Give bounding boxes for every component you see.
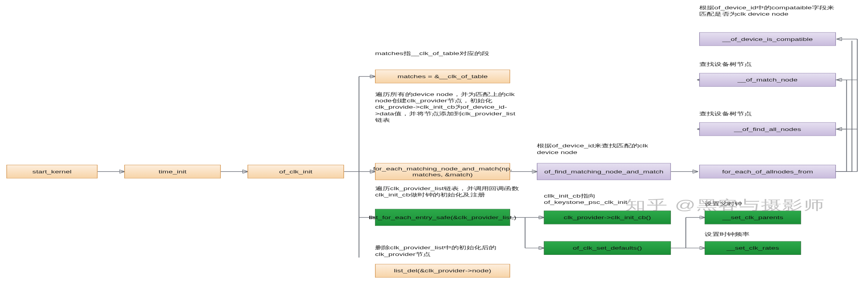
label: matches = &__clk_of_table: [397, 73, 488, 80]
annot-foreach: 遍历所有的device node，并为匹配上的clk node创建clk_pro…: [375, 91, 520, 123]
label: __of_device_is_compatible: [722, 36, 813, 42]
annot-of-find-match: 根据of_device_id来查找匹配的clk device node: [537, 143, 671, 156]
node-of-clk-init: of_clk_init: [248, 165, 344, 179]
node-start-kernel: start_kernel: [6, 165, 97, 179]
label: __of_find_all_nodes: [734, 126, 801, 132]
label: list_for_each_entry_safe(&clk_provider_l…: [369, 214, 516, 221]
annot-listfor: 遍历clk_provider_list链表，并调用回调函数clk_init_cb…: [375, 185, 520, 198]
annot-match-node: 查找设备树节点: [699, 61, 833, 67]
label: of_clk_set_defaults(): [573, 245, 642, 251]
node-of-find-all-nodes: __of_find_all_nodes: [699, 122, 836, 136]
node-list-del: list_del(&clk_provider->node): [375, 264, 510, 278]
label: start_kernel: [32, 169, 71, 175]
label: of_find_matching_node_and_match: [544, 169, 664, 175]
annot-find-all-nodes: 查找设备树节点: [699, 110, 833, 117]
label: time_init: [159, 169, 187, 175]
label: of_clk_init: [279, 169, 313, 175]
node-time-init: time_init: [124, 165, 220, 179]
annot-set-rates: 设置时钟频率: [704, 231, 811, 237]
node-of-find-matching: of_find_matching_node_and_match: [537, 163, 671, 180]
watermark: 知乎 @黑客与摄影师: [625, 197, 825, 214]
node-for-each-allnodes: for_each_of_allnodes_from: [699, 165, 836, 179]
node-of-device-is-compatible: __of_device_is_compatible: [699, 32, 836, 46]
annot-compat: 根据of_device_id中的compataible字段来匹配是否为clk d…: [699, 4, 839, 17]
node-set-clk-rates: __set_clk_rates: [704, 241, 801, 255]
label: __set_clk_rates: [726, 245, 779, 251]
annot-listdel: 删除clk_provider_list中的初始化后的clk_provider节点: [375, 245, 520, 258]
label: for_each_of_allnodes_from: [722, 169, 813, 175]
annot-matches: matches指__clk_of_table对应的段: [375, 50, 514, 57]
node-list-for-each: list_for_each_entry_safe(&clk_provider_l…: [375, 209, 510, 226]
label: __of_match_node: [738, 77, 798, 83]
node-of-clk-set-defaults: of_clk_set_defaults(): [544, 241, 671, 255]
label: __set_clk_parents: [722, 214, 783, 221]
node-matches: matches = &__clk_of_table: [375, 70, 510, 83]
label: clk_provider->clk_init_cb(): [564, 214, 651, 221]
label: for_each_matching_node_and_match(np, mat…: [373, 166, 512, 178]
label: list_del(&clk_provider->node): [394, 268, 491, 274]
node-for-each-matching: for_each_matching_node_and_match(np, mat…: [375, 163, 510, 180]
node-of-match-node: __of_match_node: [699, 73, 836, 87]
